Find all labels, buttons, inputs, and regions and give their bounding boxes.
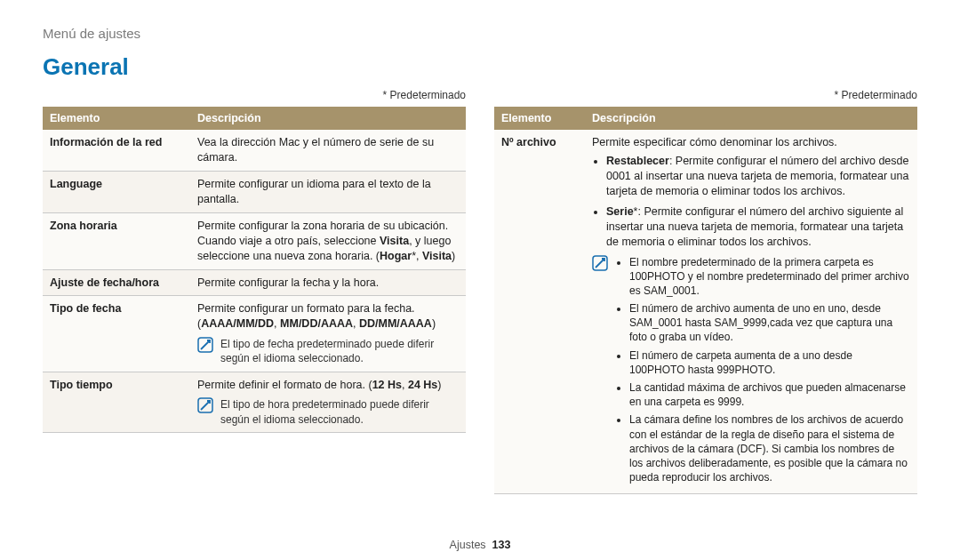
page-footer: Ajustes 133 (0, 538, 960, 553)
text: , (353, 317, 359, 330)
note-box: El tipo de fecha predeterminado puede di… (197, 337, 459, 365)
table-row: Ajuste de fecha/hora Permite configurar … (43, 269, 466, 296)
cell-desc: Permite configurar la fecha y la hora. (190, 269, 466, 296)
bold-text: Visita (422, 250, 452, 262)
table-row: Tipo de fecha Permite configurar un form… (43, 296, 466, 372)
text: seleccione una nueva zona horaria. ( (197, 250, 380, 262)
cell-label: Ajuste de fecha/hora (43, 269, 190, 296)
right-column: * Predeterminado Elemento Descripción Nº… (494, 83, 917, 494)
bold-text: 24 Hs (408, 379, 437, 391)
info-icon (197, 337, 213, 353)
text: , y luego (409, 235, 451, 247)
content-columns: * Predeterminado Elemento Descripción In… (43, 83, 917, 494)
text: ) (437, 379, 441, 391)
cell-desc: Permite definir el formato de hora. (12 … (190, 372, 466, 432)
note-list: El nombre predeterminado de la primera c… (615, 255, 910, 489)
table-row: Nº archivo Permite especificar cómo deno… (494, 130, 917, 493)
note-text: El tipo de hora predeterminado puede dif… (220, 397, 459, 426)
cell-desc: Vea la dirección Mac y el número de seri… (190, 130, 466, 171)
default-note-left: * Predeterminado (43, 88, 466, 102)
note-text: El tipo de fecha predeterminado puede di… (220, 337, 459, 365)
col-header-descripcion: Descripción (585, 107, 917, 131)
list-item: Serie*: Permite configurar el número del… (606, 204, 910, 250)
cell-desc: Permite configurar la zona horaria de su… (190, 212, 466, 269)
settings-table-left: Elemento Descripción Información de la r… (43, 107, 466, 433)
cell-label: Información de la red (43, 130, 190, 171)
cell-desc: Permite configurar un idioma para el tex… (190, 172, 466, 213)
note-box: El tipo de hora predeterminado puede dif… (197, 397, 459, 426)
page-number: 133 (492, 539, 511, 551)
settings-table-right: Elemento Descripción Nº archivo Permite … (494, 107, 917, 495)
text: Permite configurar un formato para la fe… (197, 302, 415, 315)
cell-label: Zona horaria (43, 212, 190, 269)
info-icon (197, 397, 213, 413)
bold-text: 12 Hs (372, 379, 402, 391)
text: , (402, 379, 408, 391)
bold-text: MM/DD/AAAA (280, 317, 353, 330)
list-item: La cantidad máxima de archivos que puede… (629, 380, 910, 409)
footer-section: Ajustes (450, 539, 486, 551)
text: ) (432, 317, 436, 330)
bold-text: Hogar (380, 250, 412, 262)
bold-text: Restablecer (606, 155, 669, 167)
page: { "breadcrumb": "Menú de ajustes", "head… (0, 0, 960, 560)
text: Permite definir el formato de hora. ( (197, 379, 372, 391)
cell-desc: Permite configurar un formato para la fe… (190, 296, 466, 372)
list-item: El número de archivo aumenta de uno en u… (629, 301, 910, 345)
info-icon (592, 255, 608, 271)
text: ) (452, 250, 455, 262)
col-header-elemento: Elemento (43, 107, 190, 131)
text: Permite especificar cómo denominar los a… (592, 136, 837, 148)
text: *, (412, 250, 422, 262)
page-title: General (43, 52, 917, 83)
text: Cuando viaje a otro país, seleccione (197, 235, 380, 247)
table-row: Tipo tiempo Permite definir el formato d… (43, 372, 466, 432)
cell-label: Tipo tiempo (43, 372, 190, 432)
left-column: * Predeterminado Elemento Descripción In… (43, 83, 466, 494)
table-row: Información de la red Vea la dirección M… (43, 130, 466, 171)
default-note-right: * Predeterminado (494, 88, 917, 102)
col-header-elemento: Elemento (494, 107, 585, 131)
note-box: El nombre predeterminado de la primera c… (592, 255, 910, 489)
table-row: Zona horaria Permite configurar la zona … (43, 212, 466, 269)
bold-text: DD/MM/AAAA (359, 317, 432, 330)
list-item: Restablecer: Permite configurar el númer… (606, 154, 910, 199)
bold-text: AAAA/MM/DD (201, 317, 274, 330)
list-item: El nombre predeterminado de la primera c… (629, 255, 910, 299)
option-list: Restablecer: Permite configurar el númer… (592, 154, 910, 249)
text: Permite configurar la zona horaria de su… (197, 220, 448, 232)
bold-text: Visita (380, 235, 409, 247)
cell-label: Tipo de fecha (43, 296, 190, 372)
cell-label: Language (43, 172, 190, 213)
breadcrumb: Menú de ajustes (43, 25, 917, 43)
cell-label: Nº archivo (494, 130, 585, 493)
text: *: Permite configurar el número del arch… (606, 205, 903, 248)
col-header-descripcion: Descripción (190, 107, 466, 131)
cell-desc: Permite especificar cómo denominar los a… (585, 130, 917, 493)
table-row: Language Permite configurar un idioma pa… (43, 172, 466, 213)
bold-text: Serie (606, 205, 634, 218)
list-item: El número de carpeta aumenta de a uno de… (629, 348, 910, 377)
list-item: La cámara define los nombres de los arch… (629, 412, 910, 484)
